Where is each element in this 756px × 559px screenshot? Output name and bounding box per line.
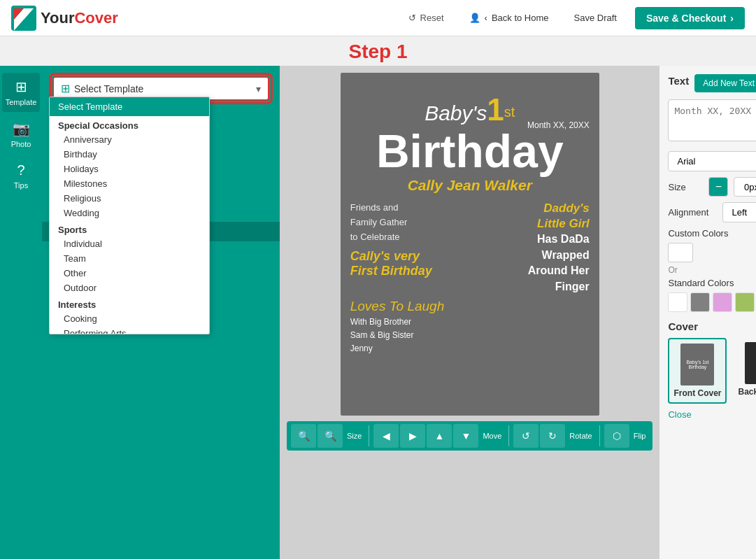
dropdown-item-team[interactable]: Team	[50, 251, 209, 266]
size-minus-button[interactable]: −	[708, 177, 728, 197]
custom-colors-label: Custom Colors	[668, 228, 756, 239]
std-swatch-pink[interactable]	[713, 292, 732, 312]
cover-section-title: Cover	[668, 320, 756, 332]
dropdown-group-interests: Interests	[50, 295, 209, 311]
move-left-button[interactable]: ◀	[373, 424, 399, 448]
dropdown-item-performing-arts-dd[interactable]: Performing Arts	[50, 326, 209, 334]
cover-left-col: Friends and Family Gather to Celebrate C…	[350, 201, 466, 295]
arrow-down-icon: ▼	[461, 430, 471, 441]
close-link[interactable]: Close	[668, 409, 756, 420]
cover-bottom-row: Friends and Family Gather to Celebrate C…	[341, 201, 599, 295]
dropdown-item-individual[interactable]: Individual	[50, 236, 209, 251]
sidebar-item-template[interactable]: ⊞ Template	[2, 73, 40, 112]
step-label: Step 1	[0, 36, 756, 66]
std-swatch-green[interactable]	[735, 292, 755, 312]
font-row: Arial B I S	[668, 150, 756, 171]
zoom-out-button[interactable]: 🔍	[291, 424, 316, 448]
cover-name: Cally Jean Walker	[341, 177, 599, 194]
std-swatch-white[interactable]	[668, 292, 687, 312]
back-home-button[interactable]: 👤 ‹ Back to Home	[462, 8, 556, 27]
cover-with-text: With Big Brother Sam & Big Sister Jenny	[341, 316, 599, 356]
dropdown-item-birthday[interactable]: Birthday	[50, 147, 209, 162]
canvas-toolbar: 🔍 🔍 Size ◀ ▶ ▲ ▼	[287, 421, 652, 451]
dropdown-item-anniversary[interactable]: Anniversary	[50, 132, 209, 147]
dropdown-group-sports: Sports	[50, 220, 209, 236]
logo-icon	[11, 6, 36, 31]
move-up-button[interactable]: ▲	[427, 424, 452, 448]
sidebar: ⊞ Template 📷 Photo ? Tips	[0, 66, 42, 559]
cover-center-italic: Cally's very First Birthday	[350, 249, 466, 278]
canvas-area: Baby's1st Birthday Month XX, 20XX Cally …	[280, 66, 659, 559]
toolbar-move-label: Move	[480, 432, 504, 440]
dropdown-item-milestones[interactable]: Milestones	[50, 176, 209, 191]
cover-options: Baby's 1stBirthday Front Cover Back Back…	[668, 338, 756, 404]
cover-canvas[interactable]: Baby's1st Birthday Month XX, 20XX Cally …	[341, 73, 599, 416]
alignment-row: Alignment Left Center Right	[668, 202, 756, 222]
toolbar-sep-2	[508, 425, 509, 446]
dropdown-selected-item[interactable]: Select Template	[50, 97, 209, 116]
arrow-right-icon: ▶	[409, 430, 417, 441]
or-text: Or	[668, 265, 756, 275]
dropdown-item-outdoor[interactable]: Outdoor	[50, 281, 209, 295]
main-layout: ⊞ Template 📷 Photo ? Tips ⊞ Select Templ…	[0, 66, 756, 559]
flip-icon: ⬡	[613, 430, 621, 441]
toolbar-sep-3	[599, 425, 600, 446]
cover-right-col: Daddy's Little Girl Has DaDa Wrapped Aro…	[473, 201, 590, 295]
rotate-ccw-button[interactable]: ↺	[513, 424, 539, 448]
add-new-text-button[interactable]: Add New Text	[694, 74, 756, 92]
move-right-button[interactable]: ▶	[400, 424, 425, 448]
dropdown-item-holidays[interactable]: Holidays	[50, 162, 209, 176]
custom-color-row	[668, 243, 756, 262]
checkout-button[interactable]: Save & Checkout ›	[635, 7, 745, 29]
dropdown-item-other[interactable]: Other	[50, 266, 209, 281]
template-dropdown-overlay: Select Template Special Occasions Annive…	[49, 97, 210, 334]
rotate-ccw-icon: ↺	[522, 430, 530, 441]
rotate-cw-button[interactable]: ↻	[540, 424, 565, 448]
alignment-select[interactable]: Left Center Right	[722, 202, 756, 222]
sidebar-item-photo[interactable]: 📷 Photo	[2, 115, 40, 154]
cover-line1: Baby's1st	[341, 73, 599, 127]
dropdown-item-cooking-dd[interactable]: Cooking	[50, 311, 209, 326]
front-cover-option[interactable]: Baby's 1stBirthday Front Cover	[668, 338, 727, 404]
template-icon: ⊞	[15, 78, 27, 95]
front-cover-thumb: Baby's 1stBirthday	[680, 344, 714, 385]
color-swatches-row	[668, 292, 756, 312]
arrow-left-icon: ◀	[383, 430, 390, 441]
custom-color-swatch[interactable]	[668, 243, 693, 262]
cover-section: Cover Baby's 1stBirthday Front Cover Bac…	[668, 320, 756, 420]
zoom-in-button[interactable]: 🔍	[318, 424, 343, 448]
grid-icon: ⊞	[61, 82, 70, 95]
size-value: 0px	[734, 177, 756, 197]
front-cover-label: Front Cover	[673, 388, 721, 398]
chevron-left-icon: ‹	[485, 13, 487, 23]
dropdown-item-wedding[interactable]: Wedding	[50, 206, 209, 220]
cover-date: Month XX, 20XX	[527, 120, 590, 130]
text-section-title: Text	[668, 75, 689, 87]
sidebar-item-tips[interactable]: ? Tips	[2, 157, 40, 195]
reset-button[interactable]: ↺ Reset	[401, 8, 451, 27]
standard-colors-label: Standard Colors	[668, 278, 756, 288]
save-draft-button[interactable]: Save Draft	[567, 8, 624, 27]
cover-left-text: Friends and Family Gather to Celebrate	[350, 201, 466, 244]
toolbar-size-group: 🔍 🔍 Size	[291, 424, 364, 448]
move-down-button[interactable]: ▼	[453, 424, 478, 448]
checkout-arrow-icon: ›	[730, 13, 734, 24]
template-panel: ⊞ Select Template ▾ Select Template Spec…	[42, 66, 280, 559]
flip-button[interactable]: ⬡	[604, 424, 629, 448]
reset-icon: ↺	[408, 13, 416, 23]
std-swatch-gray[interactable]	[690, 292, 710, 312]
back-cover-label: Back Cover	[738, 387, 756, 397]
zoom-out-icon: 🔍	[298, 430, 310, 441]
toolbar-flip-label: Flip	[631, 432, 649, 440]
user-icon: 👤	[469, 13, 480, 23]
template-header: ⊞ Select Template ▾ Select Template Spec…	[42, 66, 280, 110]
text-input[interactable]	[668, 99, 756, 141]
back-cover-option[interactable]: Back Back Cover	[734, 338, 756, 404]
alignment-label: Alignment	[668, 207, 717, 218]
font-select[interactable]: Arial	[668, 151, 756, 171]
toolbar-flip-group: ⬡ Flip	[604, 424, 649, 448]
arrow-up-icon: ▲	[434, 430, 444, 441]
cover-birthday: Birthday	[341, 127, 599, 176]
toolbar-move-group: ◀ ▶ ▲ ▼ Move	[373, 424, 504, 448]
dropdown-item-religious[interactable]: Religious	[50, 191, 209, 206]
